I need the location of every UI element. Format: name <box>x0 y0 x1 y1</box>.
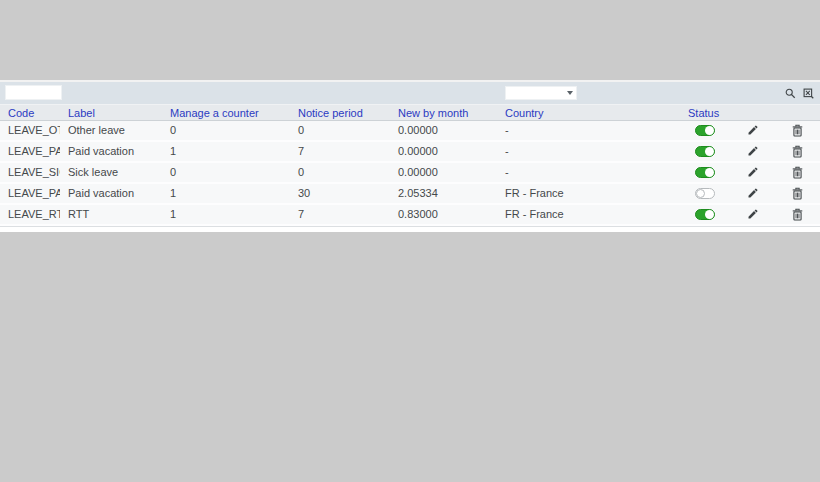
cell-new-by-month: 0.00000 <box>390 121 497 140</box>
column-header-code[interactable]: Code <box>0 105 60 120</box>
table-row[interactable]: LEAVE_PAID Paid vacation 1 7 0.00000 - <box>0 142 820 163</box>
table-row[interactable]: LEAVE_SICK Sick leave 0 0 0.00000 - <box>0 163 820 184</box>
table-body: LEAVE_OTHER Other leave 0 0 0.00000 - <box>0 121 820 226</box>
cell-notice-period: 0 <box>290 163 390 182</box>
cell-manage-a-counter: 1 <box>162 142 290 161</box>
column-header-delete-spacer <box>775 105 820 120</box>
cell-new-by-month: 0.83000 <box>390 205 497 224</box>
status-toggle[interactable] <box>695 209 715 220</box>
edit-pencil-icon[interactable] <box>747 145 759 158</box>
edit-pencil-icon[interactable] <box>747 166 759 179</box>
column-header-country[interactable]: Country <box>497 105 680 120</box>
column-header-notice-period[interactable]: Notice period <box>290 105 390 120</box>
search-icon[interactable] <box>785 88 796 99</box>
toolbar-icons <box>785 82 814 104</box>
table-header-row: Code Label Manage a counter Notice perio… <box>0 104 820 121</box>
cell-code: LEAVE_RTT_FR <box>0 205 60 224</box>
cell-manage-a-counter: 0 <box>162 163 290 182</box>
cell-manage-a-counter: 0 <box>162 121 290 140</box>
edit-pencil-icon[interactable] <box>747 187 759 200</box>
delete-trash-icon[interactable] <box>792 166 804 179</box>
table-row[interactable]: LEAVE_PAID_FR Paid vacation 1 30 2.05334… <box>0 184 820 205</box>
delete-trash-icon[interactable] <box>792 187 804 200</box>
edit-pencil-icon[interactable] <box>747 208 759 221</box>
cell-label: Other leave <box>60 121 162 140</box>
cell-label: Paid vacation <box>60 142 162 161</box>
table-row[interactable]: LEAVE_RTT_FR RTT 1 7 0.83000 FR - France <box>0 205 820 226</box>
cell-label: Sick leave <box>60 163 162 182</box>
cell-country: FR - France <box>497 205 680 224</box>
cell-manage-a-counter: 1 <box>162 205 290 224</box>
cell-code: LEAVE_PAID_FR <box>0 184 60 203</box>
status-toggle[interactable] <box>695 146 715 157</box>
column-header-edit-spacer <box>730 105 775 120</box>
cell-notice-period: 30 <box>290 184 390 203</box>
status-toggle[interactable] <box>695 167 715 178</box>
desktop-background: Code Label Manage a counter Notice perio… <box>0 0 820 482</box>
cell-manage-a-counter: 1 <box>162 184 290 203</box>
delete-trash-icon[interactable] <box>792 145 804 158</box>
column-header-label[interactable]: Label <box>60 105 162 120</box>
status-toggle[interactable] <box>695 125 715 136</box>
column-header-status[interactable]: Status <box>680 105 730 120</box>
cell-code: LEAVE_SICK <box>0 163 60 182</box>
table-row[interactable]: LEAVE_OTHER Other leave 0 0 0.00000 - <box>0 121 820 142</box>
cell-new-by-month: 2.05334 <box>390 184 497 203</box>
country-filter-select[interactable] <box>505 86 577 100</box>
cell-label: Paid vacation <box>60 184 162 203</box>
cell-label: RTT <box>60 205 162 224</box>
cell-country: FR - France <box>497 184 680 203</box>
column-header-manage-a-counter[interactable]: Manage a counter <box>162 105 290 120</box>
cell-new-by-month: 0.00000 <box>390 163 497 182</box>
delete-trash-icon[interactable] <box>792 124 804 137</box>
search-input[interactable] <box>5 85 62 100</box>
cell-code: LEAVE_PAID <box>0 142 60 161</box>
column-header-new-by-month[interactable]: New by month <box>390 105 497 120</box>
cell-code: LEAVE_OTHER <box>0 121 60 140</box>
status-toggle[interactable] <box>695 188 715 199</box>
clear-search-icon[interactable] <box>803 88 814 99</box>
table-footer-strip <box>0 226 820 232</box>
cell-country: - <box>497 142 680 161</box>
cell-country: - <box>497 163 680 182</box>
cell-notice-period: 0 <box>290 121 390 140</box>
chevron-down-icon <box>567 91 573 95</box>
cell-notice-period: 7 <box>290 205 390 224</box>
leave-types-grid-panel: Code Label Manage a counter Notice perio… <box>0 80 820 232</box>
edit-pencil-icon[interactable] <box>747 124 759 137</box>
cell-notice-period: 7 <box>290 142 390 161</box>
delete-trash-icon[interactable] <box>792 208 804 221</box>
cell-country: - <box>497 121 680 140</box>
cell-new-by-month: 0.00000 <box>390 142 497 161</box>
grid-toolbar <box>0 82 820 104</box>
